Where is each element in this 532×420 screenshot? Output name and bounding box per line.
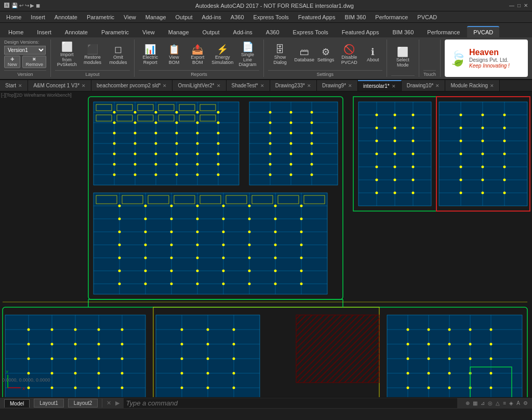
command-input[interactable] <box>124 398 457 408</box>
snap-icon[interactable]: ⊕ <box>466 400 470 406</box>
ribbon-tab-performance[interactable]: Performance <box>421 27 466 37</box>
annotate-icon[interactable]: Α <box>516 400 520 406</box>
svg-point-234 <box>460 140 462 142</box>
database-btn[interactable]: 🗃 Database <box>295 46 314 64</box>
version-select[interactable]: Version1 <box>4 46 46 55</box>
tab-close-icon[interactable]: ✕ <box>435 83 440 88</box>
settings-status-icon[interactable]: ⚙ <box>523 400 528 406</box>
doc-tab-start[interactable]: Start✕ <box>0 80 28 91</box>
menu-item-annotate[interactable]: Annotate <box>50 13 82 21</box>
touch-buttons <box>423 40 436 70</box>
ribbon-tab-manage[interactable]: Manage <box>162 27 195 37</box>
model-tab[interactable]: Model <box>4 399 30 408</box>
close-btn[interactable]: ✕ <box>524 3 528 8</box>
export-bom-btn[interactable]: 📤 Export BOM <box>186 43 209 67</box>
ribbon: HomeInsertAnnotateParametricViewManageOu… <box>0 23 532 80</box>
svg-point-367 <box>469 343 472 346</box>
omit-modules-btn[interactable]: ◻ Omit modules <box>107 43 130 67</box>
tab-close-icon[interactable]: ✕ <box>163 83 167 88</box>
cad-drawing[interactable]: X Y <box>0 91 532 397</box>
ribbon-tab-expresstools[interactable]: Express Tools <box>287 27 335 37</box>
menu-item-view[interactable]: View <box>119 13 140 21</box>
tab-close-icon[interactable]: ✕ <box>307 83 311 88</box>
energy-simulation-btn[interactable]: ⚡ Energy Simulation <box>211 43 234 67</box>
doc-tab-amconcept1v3[interactable]: A&M Concept 1 V3*✕ <box>28 80 91 91</box>
menu-item-add-ins[interactable]: Add-ins <box>198 13 225 21</box>
ribbon-tab-bim360[interactable]: BIM 360 <box>386 27 420 37</box>
menu-item-featuredapps[interactable]: Featured Apps <box>294 13 340 21</box>
version-buttons: ✚ New ✖ Remove <box>4 56 46 68</box>
transparency-icon[interactable]: ◈ <box>509 400 513 406</box>
svg-point-381 <box>448 387 451 389</box>
doc-tab-shadetest[interactable]: ShadeTest*✕ <box>227 80 270 91</box>
osnap-icon[interactable]: △ <box>496 400 500 406</box>
import-pvsketch-btn[interactable]: ⬜ Import from PvSketch <box>55 41 78 70</box>
menu-item-pvcad[interactable]: PVCAD <box>413 13 441 21</box>
menu-item-manage[interactable]: Manage <box>141 13 170 21</box>
tab-close-icon[interactable]: ✕ <box>260 83 264 88</box>
window-controls[interactable]: — □ ✕ <box>509 3 528 8</box>
svg-point-59 <box>217 174 220 176</box>
ribbon-tab-annotate[interactable]: Annotate <box>59 27 94 37</box>
tab-close-icon[interactable]: ✕ <box>348 83 352 88</box>
menu-item-expresstools[interactable]: Express Tools <box>249 13 293 21</box>
svg-point-215 <box>394 192 396 194</box>
svg-point-172 <box>222 283 225 285</box>
doc-tab-drawing233[interactable]: Drawing233*✕ <box>270 80 317 91</box>
menu-item-home[interactable]: Home <box>2 13 25 21</box>
ribbon-tab-insert[interactable]: Insert <box>31 27 58 37</box>
layout2-tab[interactable]: Layout2 <box>68 399 98 408</box>
maximize-btn[interactable]: □ <box>517 3 521 8</box>
settings-btn[interactable]: ⚙ Settings <box>316 46 335 64</box>
layout1-tab[interactable]: Layout1 <box>34 399 64 408</box>
electric-report-btn[interactable]: 📊 Electric Report <box>139 43 162 67</box>
menu-item-bim360[interactable]: BIM 360 <box>340 13 370 21</box>
svg-point-50 <box>155 163 157 166</box>
menu-item-parametric[interactable]: Parametric <box>83 13 118 21</box>
doc-tab-drawing9[interactable]: Drawing9*✕ <box>317 80 358 91</box>
grid-icon[interactable]: ▦ <box>473 400 477 406</box>
ribbon-tab-a360[interactable]: A360 <box>260 27 286 37</box>
svg-point-125 <box>248 205 251 207</box>
select-mode-btn[interactable]: ⬜ Select Mode <box>391 46 415 70</box>
tab-close-icon[interactable]: ✕ <box>490 83 494 88</box>
doc-tab-moduleracking[interactable]: Module Racking✕ <box>445 80 500 91</box>
menu-item-a360[interactable]: A360 <box>227 13 248 21</box>
menu-item-output[interactable]: Output <box>171 13 197 21</box>
doc-tab-drawing10[interactable]: Drawing10*✕ <box>402 80 446 91</box>
ribbon-tab-home[interactable]: Home <box>2 27 30 37</box>
svg-point-268 <box>98 329 100 331</box>
new-version-btn[interactable]: ✚ New <box>4 56 20 68</box>
ribbon-tab-featuredapps[interactable]: Featured Apps <box>336 27 385 37</box>
svg-point-233 <box>503 127 506 129</box>
doc-tab-omnilightver2[interactable]: OmniLightVer2*✕ <box>172 80 226 91</box>
svg-point-332 <box>207 387 209 389</box>
ortho-icon[interactable]: ⊿ <box>481 400 485 406</box>
polar-icon[interactable]: ◎ <box>488 400 493 406</box>
svg-point-42 <box>113 153 116 155</box>
doc-tab-intersolar1[interactable]: intersolar1*✕ <box>358 80 402 91</box>
menu-item-insert[interactable]: Insert <box>26 13 49 21</box>
ribbon-tab-output[interactable]: Output <box>196 27 226 37</box>
ribbon-tab-add-ins[interactable]: Add-ins <box>227 27 259 37</box>
tab-close-icon[interactable]: ✕ <box>217 83 221 88</box>
doc-tab-beachcomberpvcomp2sld[interactable]: beachcomber pvcomp2 sld*✕ <box>91 80 172 91</box>
disable-pvcad-btn[interactable]: 🚫 Disable PVCAD <box>337 43 362 67</box>
single-line-diagram-btn[interactable]: 📄 Single Line Diagram <box>236 41 259 70</box>
tab-close-icon[interactable]: ✕ <box>392 84 396 89</box>
show-dialog-btn[interactable]: 🗄 Show Dialog <box>268 43 292 67</box>
menu-item-performance[interactable]: Performance <box>371 13 412 21</box>
about-btn[interactable]: ℹ About <box>364 46 382 64</box>
ribbon-tab-parametric[interactable]: Parametric <box>95 27 135 37</box>
lineweight-icon[interactable]: ≡ <box>503 400 506 406</box>
ribbon-tab-view[interactable]: View <box>136 27 161 37</box>
tab-close-icon[interactable]: ✕ <box>18 83 22 88</box>
canvas-area[interactable]: [-][Top][2D Wireframe Workbench] <box>0 91 532 397</box>
minimize-btn[interactable]: — <box>509 3 514 8</box>
ribbon-tab-pvcad[interactable]: PVCAD <box>467 26 499 37</box>
restore-modules-btn[interactable]: ⬛ Restore modules <box>81 43 104 67</box>
status-icons: ⊕ ▦ ⊿ ◎ △ ≡ ◈ Α ⚙ <box>461 400 532 406</box>
tab-close-icon[interactable]: ✕ <box>82 83 86 88</box>
view-bom-btn[interactable]: 📋 View BOM <box>164 43 184 67</box>
remove-version-btn[interactable]: ✖ Remove <box>22 56 46 68</box>
